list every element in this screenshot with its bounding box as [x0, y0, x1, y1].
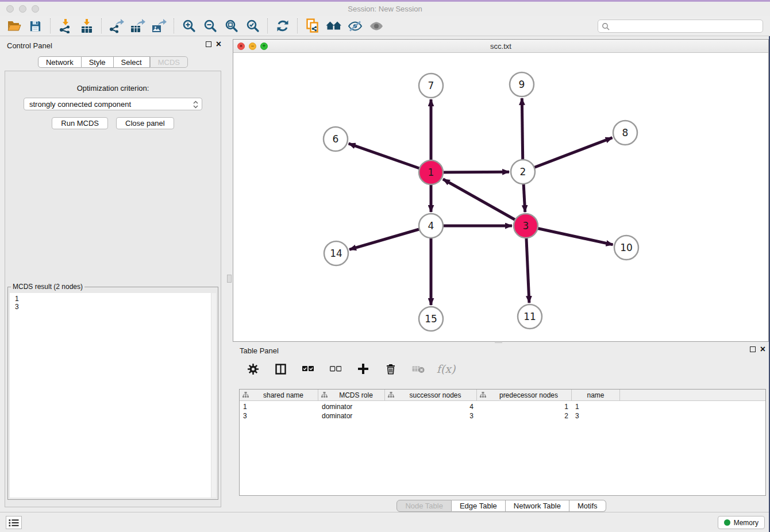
tab-edge-table[interactable]: Edge Table — [452, 500, 506, 512]
table-body: 1dominator4113dominator323 — [240, 402, 765, 421]
cell-name[interactable]: 1 — [572, 403, 620, 411]
run-mcds-button[interactable]: Run MCDS — [52, 117, 108, 129]
splitter-grip[interactable] — [227, 275, 232, 283]
select-all-rows-icon[interactable] — [301, 361, 315, 376]
show-columns-icon[interactable] — [273, 361, 288, 376]
graph-node-1[interactable]: 1 — [419, 160, 443, 184]
graph-node-4[interactable]: 4 — [419, 214, 443, 238]
close-panel-button[interactable]: Close panel — [116, 117, 174, 129]
svg-text:11: 11 — [523, 311, 536, 322]
tab-style[interactable]: Style — [82, 56, 114, 68]
zoom-fit-icon[interactable] — [221, 17, 242, 35]
cell-predecessor-nodes[interactable]: 1 — [477, 403, 572, 411]
tab-network-table[interactable]: Network Table — [506, 500, 569, 512]
network-graph: 7968124314101511 — [233, 53, 768, 341]
edge-2-8[interactable] — [523, 138, 613, 172]
close-panel-icon[interactable]: × — [216, 41, 221, 48]
graph-node-2[interactable]: 2 — [511, 160, 535, 184]
column-label: shared name — [249, 391, 318, 399]
criterion-select-value: strongly connected component — [29, 100, 131, 109]
column-label: MCDS role — [328, 391, 384, 399]
column-header-successor-nodes[interactable]: successor nodes — [385, 390, 477, 400]
result-scrollbar[interactable] — [211, 293, 216, 498]
home-layout-icon[interactable] — [323, 17, 344, 35]
graph-node-7[interactable]: 7 — [419, 74, 443, 98]
tab-network[interactable]: Network — [38, 56, 82, 68]
graph-node-3[interactable]: 3 — [514, 214, 538, 238]
import-network-icon[interactable] — [55, 17, 76, 35]
network-close-icon[interactable]: × — [237, 43, 245, 50]
edge-1-6[interactable] — [349, 144, 431, 172]
graph-node-6[interactable]: 6 — [324, 127, 348, 151]
memory-label: Memory — [734, 519, 759, 527]
column-header-predecessor-nodes[interactable]: predecessor nodes — [477, 390, 572, 400]
cell-shared-name[interactable]: 1 — [240, 403, 318, 411]
graph-node-14[interactable]: 14 — [324, 241, 348, 265]
add-column-icon[interactable] — [356, 361, 371, 376]
graph-node-10[interactable]: 10 — [614, 236, 638, 260]
tab-node-table[interactable]: Node Table — [396, 500, 452, 512]
table-row[interactable]: 1dominator411 — [240, 402, 765, 411]
tab-mcds[interactable]: MCDS — [150, 56, 188, 68]
table-panel-title: Table Panel — [240, 346, 279, 355]
function-builder-icon[interactable]: f(x) — [438, 361, 453, 376]
zoom-selected-icon[interactable] — [242, 17, 263, 35]
cell-mcds-role[interactable]: dominator — [318, 403, 385, 411]
edge-3-1[interactable] — [443, 179, 526, 226]
graph-node-11[interactable]: 11 — [518, 304, 542, 329]
cell-successor-nodes[interactable]: 4 — [385, 403, 477, 411]
export-image-icon[interactable] — [148, 17, 170, 35]
main-area: Control Panel × NetworkStyleSelectMCDS O… — [0, 38, 770, 512]
column-tree-icon — [240, 391, 249, 399]
search-input[interactable] — [610, 22, 763, 30]
svg-text:2: 2 — [520, 166, 526, 178]
control-panel-tabs: NetworkStyleSelectMCDS — [0, 56, 226, 68]
graph-node-15[interactable]: 15 — [419, 307, 443, 331]
cell-predecessor-nodes[interactable]: 2 — [477, 412, 572, 420]
task-history-button[interactable] — [6, 516, 22, 529]
svg-text:14: 14 — [330, 248, 342, 259]
criterion-select[interactable]: strongly connected component — [24, 98, 202, 110]
delete-column-icon[interactable] — [383, 361, 398, 376]
vertical-splitter[interactable] — [226, 38, 233, 512]
first-neighbors-icon[interactable] — [302, 17, 323, 35]
save-session-icon[interactable] — [25, 17, 46, 35]
float-table-panel-icon[interactable] — [750, 346, 756, 352]
column-header-shared-name[interactable]: shared name — [240, 390, 318, 400]
cell-mcds-role[interactable]: dominator — [318, 412, 385, 420]
column-header-mcds-role[interactable]: MCDS role — [318, 390, 385, 400]
table-options-icon[interactable] — [245, 361, 260, 376]
svg-text:3: 3 — [523, 220, 529, 232]
network-maximize-icon[interactable]: + — [260, 43, 268, 50]
cell-successor-nodes[interactable]: 3 — [385, 412, 477, 420]
graph-node-9[interactable]: 9 — [510, 72, 534, 97]
float-panel-icon[interactable] — [206, 41, 211, 47]
show-all-icon[interactable] — [365, 17, 387, 35]
open-file-icon[interactable] — [3, 17, 25, 35]
table-row[interactable]: 3dominator323 — [240, 411, 765, 421]
deselect-all-rows-icon[interactable] — [328, 361, 343, 376]
window-title: Session: New Session — [0, 5, 770, 13]
refresh-layout-icon[interactable] — [272, 17, 293, 35]
delete-table-icon[interactable] — [411, 361, 426, 376]
search-box[interactable] — [598, 20, 763, 33]
tab-motifs[interactable]: Motifs — [569, 500, 606, 512]
network-minimize-icon[interactable]: − — [249, 43, 256, 50]
network-canvas[interactable]: 7968124314101511 — [233, 53, 768, 341]
graph-node-8[interactable]: 8 — [613, 121, 637, 145]
zoom-out-icon[interactable] — [199, 17, 221, 35]
close-table-panel-icon[interactable]: × — [760, 346, 765, 353]
cell-name[interactable]: 3 — [572, 412, 620, 420]
zoom-in-icon[interactable] — [178, 17, 199, 35]
hide-selected-icon[interactable] — [344, 17, 365, 35]
mcds-result-area[interactable]: 1 3 — [10, 293, 216, 498]
edge-3-10[interactable] — [526, 226, 613, 245]
import-table-icon[interactable] — [76, 17, 97, 35]
export-table-icon[interactable] — [127, 17, 148, 35]
table-panel: Table Panel × — [233, 343, 770, 512]
memory-button[interactable]: Memory — [718, 516, 765, 529]
cell-shared-name[interactable]: 3 — [240, 412, 318, 420]
column-header-name[interactable]: name — [572, 390, 620, 400]
tab-select[interactable]: Select — [114, 56, 150, 68]
export-network-icon[interactable] — [106, 17, 127, 35]
